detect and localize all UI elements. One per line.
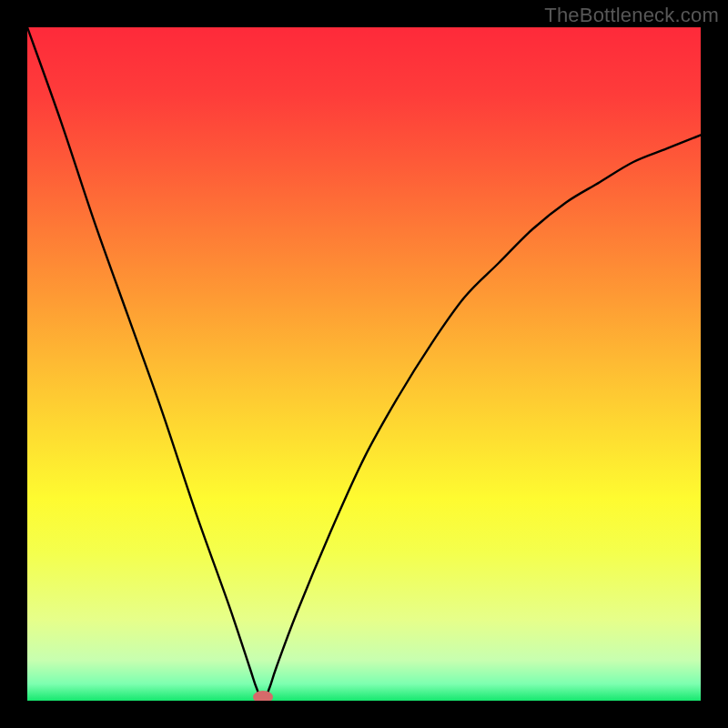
bottleneck-curve: [27, 27, 701, 701]
plot-area: [27, 27, 701, 701]
chart-frame: TheBottleneck.com: [0, 0, 728, 728]
watermark-text: TheBottleneck.com: [544, 4, 719, 27]
curve-layer: [27, 27, 701, 701]
optimum-marker: [253, 691, 273, 701]
